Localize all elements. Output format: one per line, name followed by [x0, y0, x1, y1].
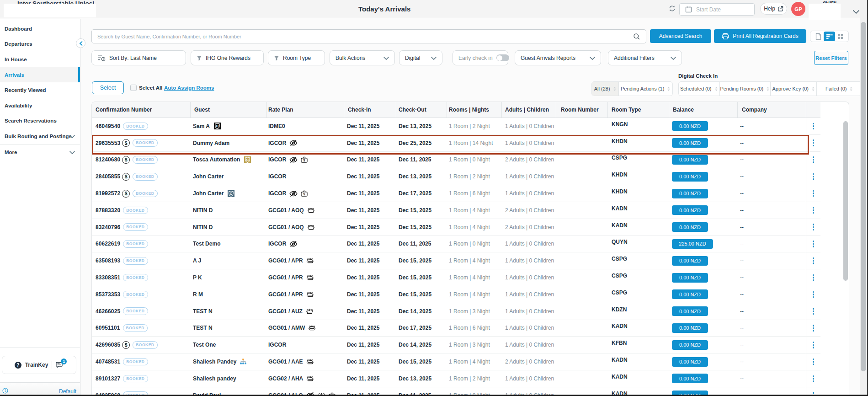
svg-text:C: C: [230, 192, 233, 196]
svg-text:$: $: [304, 159, 305, 162]
svg-text:G: G: [246, 158, 249, 162]
svg-text:$: $: [304, 193, 305, 196]
svg-text:D: D: [216, 124, 219, 128]
